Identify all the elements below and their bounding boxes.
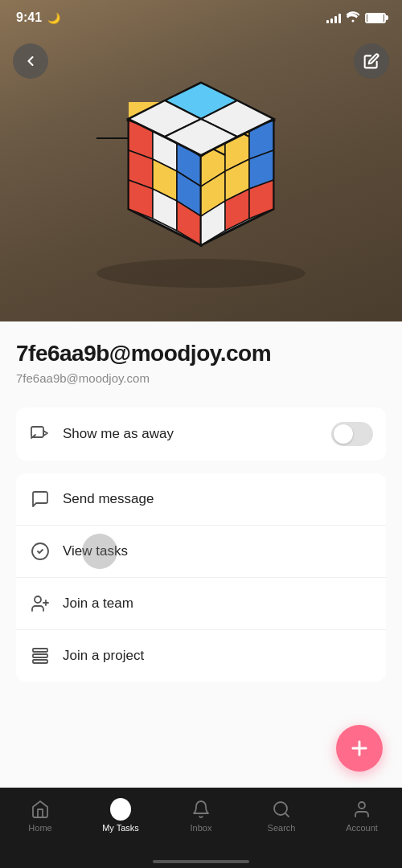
join-team-icon [29, 592, 51, 615]
back-button[interactable] [13, 43, 48, 79]
fab-button[interactable] [336, 725, 383, 772]
tab-search-label: Search [268, 823, 296, 833]
tab-home-label: Home [28, 823, 51, 833]
away-toggle[interactable] [331, 422, 373, 446]
profile-name: 7fe6aa9b@moodjoy.com [16, 341, 386, 366]
tab-bar: Home My Tasks Inbox S [0, 788, 402, 868]
battery-icon [365, 13, 386, 23]
tab-my-tasks[interactable]: My Tasks [80, 796, 161, 833]
rubiks-cube [96, 52, 306, 293]
svg-line-58 [285, 813, 289, 817]
tab-home[interactable]: Home [0, 796, 80, 833]
status-bar: 9:41 🌙 [0, 0, 402, 35]
join-project-icon [29, 645, 51, 667]
tab-search[interactable]: Search [241, 796, 322, 833]
svg-rect-53 [33, 654, 47, 657]
home-icon [30, 799, 51, 820]
send-message-label: Send message [63, 491, 373, 507]
tab-account-label: Account [346, 823, 378, 833]
away-section: Show me as away [16, 407, 386, 461]
view-tasks-label: View tasks [63, 543, 373, 559]
moon-icon: 🌙 [47, 12, 60, 24]
tasks-icon [29, 540, 51, 563]
away-icon [29, 423, 51, 445]
edit-button[interactable] [354, 43, 389, 79]
svg-rect-52 [33, 649, 47, 652]
tab-account[interactable]: Account [322, 796, 402, 833]
status-time: 9:41 [16, 10, 42, 25]
wifi-icon [346, 11, 360, 25]
message-icon [29, 488, 51, 510]
join-project-item[interactable]: Join a project [16, 630, 386, 682]
svg-point-0 [96, 259, 306, 288]
join-team-item[interactable]: Join a team [16, 578, 386, 630]
actions-section: Send message View tasks [16, 473, 386, 682]
svg-rect-54 [33, 660, 47, 663]
tab-inbox-label: Inbox [191, 823, 212, 833]
check-icon [110, 799, 131, 820]
status-icons [326, 11, 386, 25]
show-away-item[interactable]: Show me as away [16, 407, 386, 461]
show-away-label: Show me as away [63, 426, 331, 442]
join-team-label: Join a team [63, 596, 373, 612]
profile-content: 7fe6aa9b@moodjoy.com 7fe6aa9b@moodjoy.co… [0, 321, 402, 868]
account-icon [351, 799, 372, 820]
svg-point-59 [359, 802, 365, 809]
tab-my-tasks-label: My Tasks [102, 823, 139, 833]
send-message-item[interactable]: Send message [16, 473, 386, 526]
hero-image [0, 0, 402, 321]
signal-bars-icon [326, 12, 341, 23]
bell-icon [191, 799, 211, 820]
tab-inbox[interactable]: Inbox [161, 796, 241, 833]
search-icon [271, 799, 292, 820]
profile-email: 7fe6aa9b@moodjoy.com [16, 371, 386, 385]
home-indicator [153, 860, 249, 863]
view-tasks-item[interactable]: View tasks [16, 526, 386, 578]
svg-point-49 [35, 596, 41, 603]
join-project-label: Join a project [63, 648, 373, 664]
